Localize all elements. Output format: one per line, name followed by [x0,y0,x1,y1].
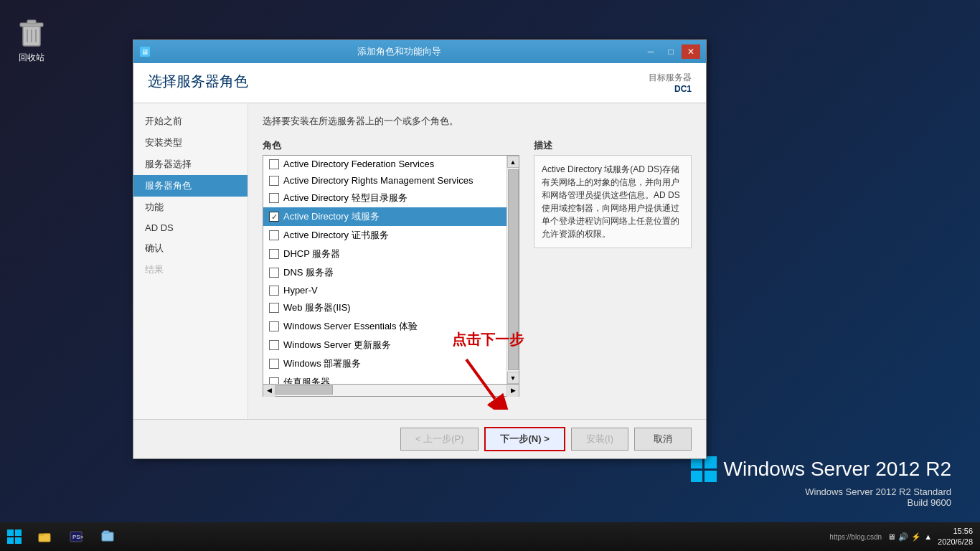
horizontal-scrollbar[interactable]: ◀ ▶ [263,385,519,397]
page-heading: 选择服务器角色 [148,72,248,91]
window-bottom-bar: < 上一步(P) 下一步(N) > 安装(I) 取消 [133,419,706,458]
taskbar-time-area: 15:56 2020/6/28 [938,526,973,548]
hscroll-right-arrow[interactable]: ▶ [507,385,519,397]
ws-logo-area: Windows Server 2012 R2 [691,456,951,482]
role-checkbox-dns[interactable] [269,268,279,278]
hscroll-left-arrow[interactable]: ◀ [263,385,275,397]
scroll-up-arrow[interactable]: ▲ [507,156,519,168]
role-checkbox-ad-federation[interactable] [269,159,279,169]
role-checkbox-ws-essentials[interactable] [269,321,279,331]
role-checkbox-ad-lightweight[interactable] [269,193,279,203]
target-server-name: DC1 [649,84,692,94]
nav-item-confirm[interactable]: 确认 [133,237,248,259]
roles-listbox[interactable]: Active Directory Federation Services Act… [263,155,519,385]
roles-list-area: 角色 Active Directory Federation Services [263,139,519,408]
taskbar-terminal-button[interactable]: PS> [60,522,92,551]
terminal-icon: PS> [69,529,83,544]
prev-button[interactable]: < 上一步(P) [400,428,479,451]
instruction-text: 选择要安装在所选服务器上的一个或多个角色。 [263,115,692,128]
taskbar-icons: PS> [29,522,123,551]
taskbar-caret-icon: ▲ [924,532,932,541]
role-checkbox-ws-deploy[interactable] [269,359,279,369]
ws-build: Build 9600 [691,497,951,508]
vertical-scrollbar[interactable]: ▲ ▼ [507,156,519,384]
next-button[interactable]: 下一步(N) > [484,427,565,451]
role-item-fax[interactable]: 传真服务器 [263,373,507,384]
description-header: 描述 [534,139,692,152]
ws-subtitle: Windows Server 2012 R2 Standard [691,486,951,497]
taskbar-explorer-button[interactable] [92,522,123,551]
content-area: 开始之前 安装类型 服务器选择 服务器角色 功能 AD DS 确认 结果 选择要… [133,103,706,419]
nav-item-ad-ds[interactable]: AD DS [133,218,248,237]
role-checkbox-web-server[interactable] [269,303,279,313]
install-button: 安装(I) [571,428,628,451]
roles-column-header: 角色 [263,139,519,152]
taskbar-file-explorer-button[interactable] [29,522,60,551]
role-checkbox-ad-rights[interactable] [269,176,279,186]
roles-panel: 角色 Active Directory Federation Services [263,139,692,408]
right-content: 选择要安装在所选服务器上的一个或多个角色。 角色 Active Director… [248,103,706,419]
description-panel: 描述 Active Directory 域服务(AD DS)存储有关网络上的对象… [534,139,692,408]
role-item-dns[interactable]: DNS 服务器 [263,263,507,282]
role-item-hyper-v[interactable]: Hyper-V [263,282,507,298]
role-item-ad-cert[interactable]: Active Directory 证书服务 [263,226,507,245]
role-item-web-server[interactable]: Web 服务器(IIS) [263,298,507,317]
scroll-down-arrow[interactable]: ▼ [507,372,519,384]
minimize-button[interactable]: ─ [641,44,660,59]
description-text: Active Directory 域服务(AD DS)存储有关网络上的对象的信息… [534,155,692,248]
maximize-button[interactable]: □ [661,44,680,59]
role-name-ad-lightweight: Active Directory 轻型目录服务 [283,192,407,204]
nav-item-server-select[interactable]: 服务器选择 [133,154,248,175]
role-item-ad-ds[interactable]: Active Directory 域服务 [263,207,507,226]
taskbar-sys-icons: 🖥 🔊 ⚡ ▲ [887,532,932,542]
hscroll-thumb[interactable] [275,385,333,395]
cancel-button[interactable]: 取消 [634,428,692,451]
nav-item-start[interactable]: 开始之前 [133,110,248,132]
svg-rect-2 [27,20,36,24]
nav-item-server-roles[interactable]: 服务器角色 [133,175,248,197]
taskbar-speaker-icon: 🔊 [898,532,908,542]
role-checkbox-fax[interactable] [269,377,279,384]
role-checkbox-dhcp[interactable] [269,249,279,259]
role-item-ad-federation[interactable]: Active Directory Federation Services [263,156,507,172]
svg-rect-14 [103,531,109,533]
start-logo [7,529,22,544]
recycle-bin-icon [14,14,49,49]
ws-title: Windows Server 2012 R2 [724,458,951,481]
window-body: 选择服务器角色 目标服务器 DC1 开始之前 安装类型 服务器选择 服务器角色 … [133,63,706,458]
role-checkbox-hyper-v[interactable] [269,286,279,296]
nav-item-install-type[interactable]: 安装类型 [133,132,248,154]
target-server-info: 目标服务器 DC1 [649,72,692,94]
page-title-area: 选择服务器角色 [148,72,248,91]
window-title-text: 添加角色和功能向导 [156,45,641,58]
start-button[interactable] [0,522,29,551]
roles-inner: Active Directory Federation Services Act… [263,156,507,384]
role-name-dns: DNS 服务器 [283,266,334,279]
role-checkbox-ad-ds[interactable] [269,212,279,222]
nav-item-results: 结果 [133,259,248,281]
role-checkbox-ws-update[interactable] [269,340,279,350]
role-item-ws-deploy[interactable]: Windows 部署服务 [263,354,507,373]
left-nav: 开始之前 安装类型 服务器选择 服务器角色 功能 AD DS 确认 结果 [133,103,248,419]
role-item-ad-lightweight[interactable]: Active Directory 轻型目录服务 [263,189,507,207]
svg-text:PS>: PS> [72,534,83,540]
scroll-thumb[interactable] [508,169,519,370]
role-name-hyper-v: Hyper-V [283,285,318,296]
role-name-fax: 传真服务器 [283,376,330,384]
role-checkbox-ad-cert[interactable] [269,230,279,240]
recycle-bin[interactable]: 回收站 [14,14,49,64]
hscroll-track[interactable] [275,385,507,396]
role-item-ws-update[interactable]: Windows Server 更新服务 [263,336,507,354]
role-item-dhcp[interactable]: DHCP 服务器 [263,245,507,263]
file-explorer-icon [37,529,52,544]
role-name-ad-federation: Active Directory Federation Services [283,159,434,169]
taskbar-date: 2020/6/28 [938,537,973,547]
role-item-ad-rights[interactable]: Active Directory Rights Management Servi… [263,172,507,189]
role-name-ad-rights: Active Directory Rights Management Servi… [283,175,473,186]
role-item-ws-essentials[interactable]: Windows Server Essentials 体验 [263,317,507,336]
svg-rect-13 [102,532,113,541]
target-server-label: 目标服务器 [649,72,692,84]
nav-item-features[interactable]: 功能 [133,197,248,218]
close-button[interactable]: ✕ [682,44,700,59]
window-controls: ─ □ ✕ [641,44,700,59]
